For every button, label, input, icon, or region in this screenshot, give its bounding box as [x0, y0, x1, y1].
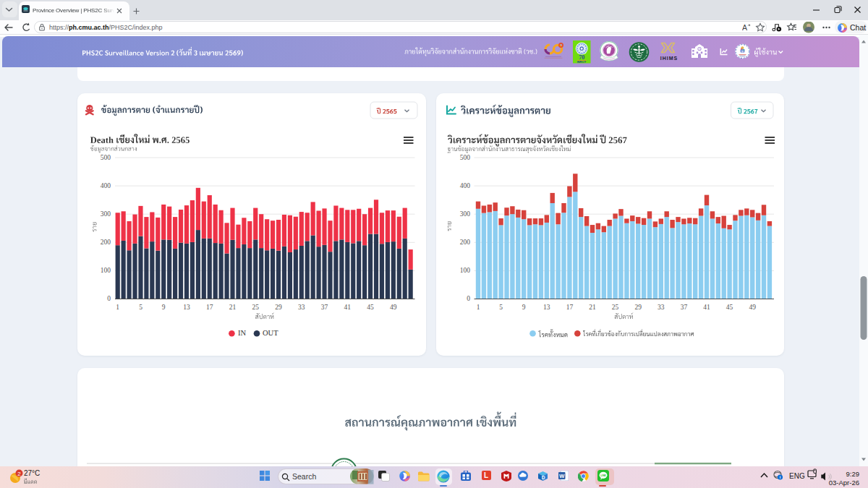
svg-text:LINE: LINE	[600, 474, 606, 477]
svg-text:W: W	[559, 473, 565, 479]
svg-text:D: D	[542, 474, 545, 479]
